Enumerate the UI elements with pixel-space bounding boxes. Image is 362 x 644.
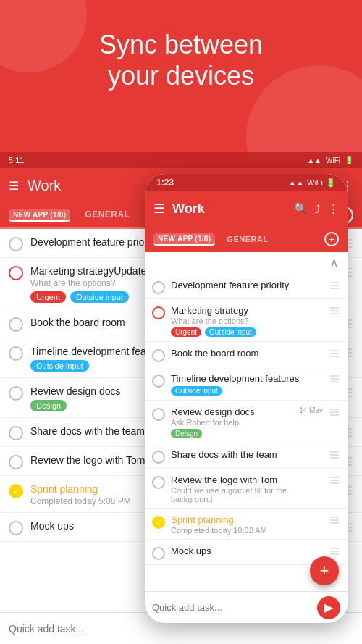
- phone-task-subtitle: Ask Robert for help: [171, 418, 293, 427]
- phone-task-title: Timeline development features: [171, 373, 323, 384]
- tag-outside-input: Outside input: [30, 360, 89, 372]
- tablet-tab-general[interactable]: GENERAL: [85, 209, 130, 221]
- task-checkbox[interactable]: [9, 266, 23, 280]
- phone-tag-urgent: Urgent: [171, 327, 201, 337]
- phone-task-row: Review design docs Ask Robert for help D…: [145, 401, 348, 443]
- task-checkbox[interactable]: [9, 317, 23, 332]
- phone-task-row: Timeline development features Outside in…: [145, 367, 348, 401]
- phone-task-title: Share docs with the team: [171, 449, 323, 460]
- phone-task-checkbox[interactable]: [152, 306, 165, 319]
- phone-battery-icon: 🔋: [326, 178, 336, 188]
- tablet-signal-icon: ▲▲: [307, 156, 321, 164]
- phone-task-checkbox[interactable]: [152, 281, 165, 294]
- phone-signal-icon: ▲▲: [288, 178, 304, 187]
- phone-app-title: Work: [172, 201, 287, 217]
- phone-task-title: Marketing strategy: [171, 305, 323, 316]
- phone-quick-add-bar: ▶: [145, 591, 348, 623]
- task-checkbox[interactable]: [9, 455, 23, 469]
- tablet-status-bar: 5:11 ▲▲ WiFi 🔋: [0, 152, 362, 168]
- phone-task-checkbox-completed[interactable]: [152, 516, 165, 529]
- tablet-wifi-icon: WiFi: [326, 156, 340, 164]
- phone-task-title: Development feature priority: [171, 280, 323, 290]
- tablet-time: 5:11: [9, 156, 24, 164]
- phone-drag-handle[interactable]: [329, 373, 340, 385]
- phone-status-bar: 1:23 ▲▲ WiFi 🔋: [145, 174, 348, 191]
- phone-header: ☰ Work 🔍 ⤴ ⋮: [145, 191, 348, 226]
- phone-task-checkbox[interactable]: [152, 349, 165, 362]
- phone-more-icon[interactable]: ⋮: [328, 202, 339, 215]
- phone-task-checkbox[interactable]: [152, 547, 165, 560]
- phone-task-subtitle: Completed today 10:02 AM: [171, 526, 323, 535]
- phone-task-title: Review design docs: [171, 406, 293, 417]
- hero-section: Sync between your devices: [0, 0, 362, 152]
- phone-search-icon[interactable]: 🔍: [294, 202, 308, 215]
- phone-add-button[interactable]: +: [324, 232, 339, 246]
- phone-tag-outside: Outside input: [171, 386, 222, 396]
- phone-task-checkbox[interactable]: [152, 476, 165, 489]
- task-checkbox[interactable]: [9, 346, 23, 361]
- phone-task-subtitle: Could we use a gradiet fill for the back…: [171, 486, 323, 503]
- phone-drag-handle[interactable]: [329, 474, 340, 486]
- phone-task-title: Sprint planning: [171, 514, 323, 525]
- phone-drag-handle[interactable]: [329, 406, 340, 418]
- phone-drag-handle[interactable]: [329, 348, 340, 359]
- tablet-quick-add-input[interactable]: [9, 623, 353, 635]
- tag-outside-input: Outside input: [70, 291, 129, 303]
- phone-task-title: Book the board room: [171, 348, 323, 359]
- phone-send-icon: ▶: [324, 601, 333, 614]
- phone-tag-design: Deisgn: [171, 429, 202, 438]
- tablet-tab-newapp[interactable]: NEW APP (1/8): [9, 209, 70, 222]
- phone-hamburger-icon[interactable]: ☰: [153, 201, 165, 217]
- phone-device: 1:23 ▲▲ WiFi 🔋 ☰ Work 🔍 ⤴ ⋮ NEW APP (1/8…: [145, 174, 348, 623]
- tablet-hamburger-icon[interactable]: ☰: [9, 179, 19, 193]
- phone-task-checkbox[interactable]: [152, 451, 165, 464]
- phone-task-title: Mock ups: [171, 545, 323, 556]
- phone-task-checkbox[interactable]: [152, 375, 165, 388]
- phone-task-row: Share docs with the team: [145, 443, 348, 469]
- tag-urgent: Urgent: [30, 291, 66, 303]
- task-checkbox[interactable]: [9, 521, 23, 535]
- tablet-battery-icon: 🔋: [345, 156, 353, 164]
- phone-task-subtitle: What are the options?: [171, 317, 323, 325]
- phone-task-row: Development feature priority: [145, 274, 348, 299]
- device-container: 5:11 ▲▲ WiFi 🔋 ☰ Work 🔍 ⤴ ⋮ NEW APP (1/8…: [0, 152, 362, 644]
- tag-design: Design: [30, 400, 67, 411]
- phone-tab-newapp[interactable]: NEW APP (1/8): [153, 233, 215, 246]
- collapse-indicator[interactable]: ∧: [145, 252, 348, 274]
- phone-share-icon[interactable]: ⤴: [315, 203, 321, 215]
- phone-quick-add-input[interactable]: [152, 602, 317, 613]
- task-checkbox[interactable]: [9, 386, 23, 401]
- phone-task-row: Marketing strategy What are the options?…: [145, 299, 348, 342]
- phone-task-title: Review the logo with Tom: [171, 474, 323, 485]
- phone-drag-handle[interactable]: [329, 305, 340, 317]
- phone-wifi-icon: WiFi: [307, 178, 323, 187]
- phone-task-checkbox[interactable]: [152, 408, 165, 421]
- task-checkbox-completed[interactable]: [9, 484, 23, 498]
- phone-task-date: 14 May: [299, 406, 323, 414]
- task-checkbox[interactable]: [9, 426, 23, 440]
- phone-tag-outside: Outside input: [205, 327, 256, 337]
- phone-tab-general[interactable]: GENERAL: [227, 235, 268, 243]
- phone-drag-handle[interactable]: [329, 545, 340, 557]
- phone-task-row: Sprint planning Completed today 10:02 AM: [145, 509, 348, 540]
- phone-send-button[interactable]: ▶: [317, 596, 340, 619]
- phone-time: 1:23: [156, 177, 174, 188]
- phone-fab-button[interactable]: +: [310, 556, 339, 585]
- phone-task-row: Review the logo with Tom Could we use a …: [145, 469, 348, 509]
- phone-drag-handle[interactable]: [329, 280, 340, 291]
- hero-title: Sync between your devices: [14, 29, 348, 91]
- phone-task-row: Book the board room: [145, 342, 348, 367]
- task-checkbox[interactable]: [9, 237, 23, 251]
- phone-drag-handle[interactable]: [329, 514, 340, 526]
- phone-tabs: NEW APP (1/8) GENERAL +: [145, 226, 348, 252]
- phone-drag-handle[interactable]: [329, 449, 340, 461]
